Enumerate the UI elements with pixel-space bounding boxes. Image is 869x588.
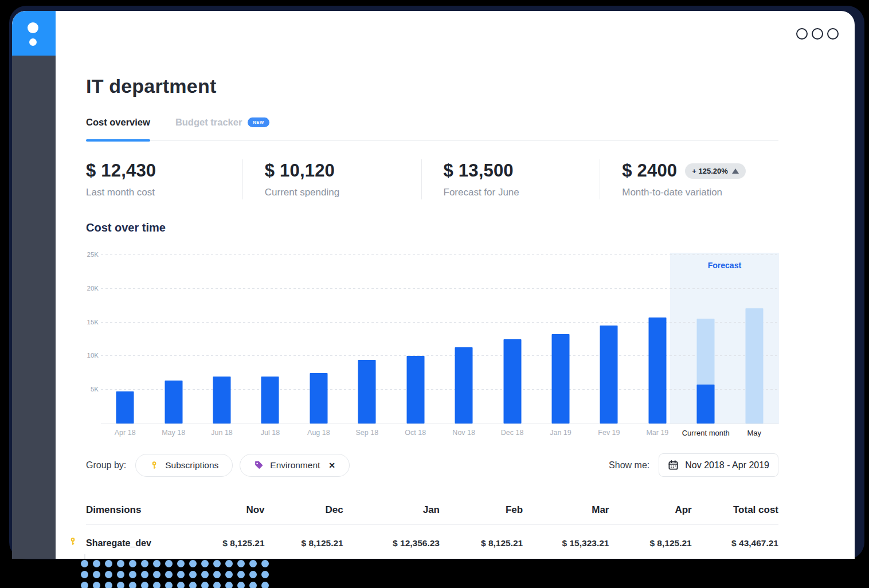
bar-slot xyxy=(440,255,488,424)
decor-dot xyxy=(249,582,257,588)
cost-bar[interactable] xyxy=(165,381,182,424)
close-icon[interactable]: ✕ xyxy=(328,461,335,470)
decor-dot xyxy=(189,571,197,578)
stat-value: $ 12,430 xyxy=(86,160,156,181)
decor-dot xyxy=(117,560,124,567)
dimension-cell: Sharegate_dev xyxy=(86,525,195,555)
column-header: Mar xyxy=(523,500,609,525)
dimension-name: Sharegate_dev xyxy=(86,538,151,548)
decor-dot xyxy=(177,571,185,578)
decor-dot xyxy=(93,571,100,578)
arrow-up-icon xyxy=(732,168,739,174)
show-me-label: Show me: xyxy=(609,460,649,471)
stat-label: Current spending xyxy=(265,187,421,198)
cost-bar[interactable] xyxy=(358,360,376,424)
bar-slot xyxy=(682,255,730,424)
forecast-bar[interactable] xyxy=(745,308,763,424)
page-title: IT department xyxy=(86,75,778,97)
cost-cell: $ 12,356.23 xyxy=(343,525,440,555)
decor-dot xyxy=(165,582,173,588)
cost-bar[interactable] xyxy=(600,326,618,424)
stat-card: $ 10,120Current spending xyxy=(242,159,421,199)
filter-chip-environment[interactable]: Environment✕ xyxy=(240,454,350,477)
row-tree-line xyxy=(84,554,85,559)
decor-dot xyxy=(213,560,221,567)
chart-plot: Forecast 5K10K15K20K25K xyxy=(101,255,778,424)
decor-dot xyxy=(141,560,148,567)
sidebar xyxy=(12,56,56,559)
cost-bar[interactable] xyxy=(116,391,134,424)
bar-slot xyxy=(198,255,246,424)
decor-dot xyxy=(153,560,161,567)
column-header: Total cost xyxy=(692,500,778,525)
tab-budget-tracker[interactable]: Budget trackerNEW xyxy=(175,117,269,140)
x-axis-tick-label: Nov 18 xyxy=(440,429,488,437)
decor-dot xyxy=(129,560,136,567)
cost-bar[interactable] xyxy=(310,373,327,424)
tab-cost-overview[interactable]: Cost overview xyxy=(86,117,150,140)
stat-label: Month-to-date variation xyxy=(622,187,778,198)
column-header: Apr xyxy=(609,500,691,525)
decor-dot xyxy=(165,560,173,567)
decor-dot xyxy=(189,582,197,588)
decor-dot xyxy=(105,582,112,588)
bar-slot xyxy=(101,255,149,424)
decor-dot xyxy=(165,571,173,578)
decor-dot-grid xyxy=(81,560,269,588)
bar-slot xyxy=(488,255,536,424)
decor-dot xyxy=(201,582,209,588)
logo-dot-icon xyxy=(29,38,37,46)
app-logo xyxy=(12,11,56,56)
chart-baseline xyxy=(101,424,778,424)
cost-bar[interactable] xyxy=(552,334,570,424)
cost-bar[interactable] xyxy=(261,377,279,424)
x-axis-tick-label: Current month xyxy=(682,429,730,437)
date-range-value: Nov 2018 - Apr 2019 xyxy=(685,460,769,471)
stat-value: $ 10,120 xyxy=(265,160,335,181)
column-header: Jan xyxy=(343,500,440,525)
x-axis-tick-label: Oct 18 xyxy=(392,429,440,437)
decor-dot xyxy=(261,582,269,588)
decor-dot xyxy=(261,560,269,567)
decor-dot xyxy=(249,560,257,567)
filter-chips: Subscriptions Environment✕ xyxy=(135,454,350,477)
key-icon xyxy=(68,537,77,546)
decor-dot xyxy=(213,582,221,588)
cost-cell: $ 43,467.21 xyxy=(692,525,778,555)
cost-bar[interactable] xyxy=(455,347,473,424)
stat-value-row: $ 12,430 xyxy=(86,160,242,181)
cost-over-time-chart: Forecast 5K10K15K20K25K Apr 18May 18Jun … xyxy=(86,255,778,424)
decor-dot xyxy=(105,571,112,578)
decor-dot xyxy=(201,571,209,578)
stat-value-row: $ 2400+ 125.20% xyxy=(622,160,778,181)
cost-cell: $ 8,125.21 xyxy=(195,525,264,555)
chip-label: Environment xyxy=(270,460,320,471)
decor-dot xyxy=(153,582,161,588)
filter-chip-subscriptions[interactable]: Subscriptions xyxy=(135,454,233,477)
cost-bar[interactable] xyxy=(648,317,666,424)
stat-value: $ 13,500 xyxy=(444,160,514,181)
decor-dot xyxy=(129,571,136,578)
cost-bar[interactable] xyxy=(406,356,424,424)
stat-card: $ 2400+ 125.20%Month-to-date variation xyxy=(600,159,778,199)
cost-table: DimensionsNovDecJanFebMarAprTotal cost S… xyxy=(86,500,778,554)
decor-dot xyxy=(225,582,233,588)
decor-dot xyxy=(153,571,161,578)
variation-badge-text: + 125.20% xyxy=(692,167,728,175)
tab-label: Cost overview xyxy=(86,117,150,128)
x-axis-tick-label: Apr 18 xyxy=(101,429,149,437)
variation-badge: + 125.20% xyxy=(685,163,746,179)
table-row[interactable]: Sharegate_dev$ 8,125.21$ 8,125.21$ 12,35… xyxy=(86,525,778,555)
decor-dot xyxy=(201,560,209,567)
decor-dot xyxy=(225,560,233,567)
date-range-button[interactable]: Nov 2018 - Apr 2019 xyxy=(659,453,778,477)
cost-bar[interactable] xyxy=(697,385,715,424)
cost-bar[interactable] xyxy=(213,377,231,424)
filter-row: Group by: Subscriptions Environment✕ Sho… xyxy=(86,453,778,477)
decor-dot xyxy=(81,560,88,567)
column-header: Nov xyxy=(195,500,264,525)
stat-value-row: $ 13,500 xyxy=(444,160,600,181)
logo-dot-icon xyxy=(28,22,38,33)
cost-bar[interactable] xyxy=(503,339,521,424)
decor-dot xyxy=(237,571,245,578)
